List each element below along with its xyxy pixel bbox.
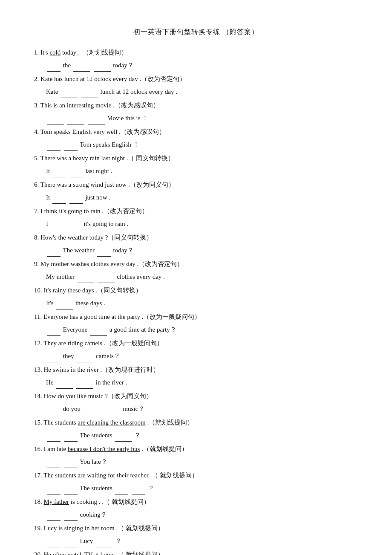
exercise-15-main: 15. The students are cleaning the classr…	[34, 416, 358, 429]
exercise-13-sub: He in the river .	[46, 376, 358, 389]
exercise-8-main: 8. How's the weather today ?（同义句转换）	[34, 231, 358, 244]
exercise-19: 19. Lucy is singing in her room .（ 就划线提问…	[34, 522, 358, 547]
exercise-17: 17. The students are waiting for their t…	[34, 469, 358, 494]
exercise-7: 7. I think it's going to rain .（改为否定句） I…	[34, 205, 358, 230]
exercise-18-main: 18. My father is cooking . .（ 就划线提问）	[34, 495, 358, 508]
exercise-15-sub: The students ？	[46, 429, 358, 442]
exercise-15: 15. The students are cleaning the classr…	[34, 416, 358, 442]
exercise-2-main: 2. Kate has lunch at 12 oclock every day…	[34, 72, 358, 85]
exercise-9-sub: My mother clothes every day .	[46, 270, 358, 283]
exercise-11-main: 11. Everyone has a good time at the part…	[34, 310, 358, 323]
exercise-8-sub: The weather today？	[46, 244, 358, 257]
exercise-14-sub: do you music？	[46, 402, 358, 415]
exercise-16-main: 16. I am late because I don't the early …	[34, 442, 358, 455]
exercise-17-sub: The students ？	[46, 482, 358, 494]
exercise-14-main: 14. How do you like music ?（改为同义句）	[34, 390, 358, 402]
exercise-6-sub: It just now .	[46, 191, 358, 204]
exercise-12-sub: they camels？	[46, 350, 358, 362]
exercise-12: 12. They are riding camels .（改为一般疑问句） th…	[34, 337, 358, 362]
exercise-16: 16. I am late because I don't the early …	[34, 442, 358, 468]
exercise-2-sub: Kate lunch at 12 oclock every day .	[46, 85, 358, 98]
exercise-1-main: 1. It's cold today。（对划线提问）	[34, 46, 358, 59]
exercise-9: 9. My mother washes clothes every day .（…	[34, 257, 358, 283]
exercise-3: 3. This is an interesting movie .（改为感叹句）…	[34, 99, 358, 124]
exercise-2: 2. Kate has lunch at 12 oclock every day…	[34, 72, 358, 98]
exercise-18: 18. My father is cooking . .（ 就划线提问） coo…	[34, 495, 358, 521]
exercise-5-sub: It last night .	[46, 165, 358, 177]
exercise-9-main: 9. My mother washes clothes every day .（…	[34, 257, 358, 270]
exercise-20: 20. He often watch TV at home .（ 就划线提问） …	[34, 548, 358, 555]
exercise-3-main: 3. This is an interesting movie .（改为感叹句）	[34, 99, 358, 112]
exercise-19-sub: Lucy ？	[46, 535, 358, 547]
exercise-10: 10. It's rainy these days .（同义句转换） It's …	[34, 284, 358, 309]
exercise-1: 1. It's cold today。（对划线提问） the today？	[34, 46, 358, 72]
exercise-5-main: 5. There was a heavy rain last night .（ …	[34, 152, 358, 165]
exercise-13: 13. He swims in the river .（改为现在进行时） He …	[34, 363, 358, 389]
exercise-7-sub: I it's going to rain .	[46, 217, 358, 230]
page-container: 初一英语下册句型转换专练 （附答案） 1. It's cold today。（对…	[34, 26, 358, 555]
exercise-16-sub: You late？	[46, 455, 358, 468]
exercise-19-main: 19. Lucy is singing in her room .（ 就划线提问…	[34, 522, 358, 535]
exercise-4-sub: Tom speaks English ！	[46, 138, 358, 151]
exercise-6: 6. There was a strong wind just now .（改为…	[34, 178, 358, 204]
exercise-14: 14. How do you like music ?（改为同义句） do yo…	[34, 390, 358, 415]
exercise-17-main: 17. The students are waiting for their t…	[34, 469, 358, 482]
exercise-8: 8. How's the weather today ?（同义句转换） The …	[34, 231, 358, 257]
exercise-4-main: 4. Tom speaks English very well .（改为感叹句）	[34, 125, 358, 138]
exercise-4: 4. Tom speaks English very well .（改为感叹句）…	[34, 125, 358, 151]
exercise-12-main: 12. They are riding camels .（改为一般疑问句）	[34, 337, 358, 350]
page-title: 初一英语下册句型转换专练 （附答案）	[34, 26, 358, 38]
exercise-10-sub: It's these days .	[46, 297, 358, 309]
exercise-3-sub: Movie this is ！	[46, 112, 358, 124]
exercise-1-sub: the today？	[46, 59, 358, 72]
exercise-5: 5. There was a heavy rain last night .（ …	[34, 152, 358, 177]
exercise-18-sub: cooking？	[46, 508, 358, 521]
exercise-11: 11. Everyone has a good time at the part…	[34, 310, 358, 336]
exercise-20-main: 20. He often watch TV at home .（ 就划线提问）	[34, 548, 358, 555]
exercise-11-sub: Everyone a good time at the party？	[46, 323, 358, 336]
exercise-7-main: 7. I think it's going to rain .（改为否定句）	[34, 205, 358, 217]
exercise-6-main: 6. There was a strong wind just now .（改为…	[34, 178, 358, 191]
exercise-10-main: 10. It's rainy these days .（同义句转换）	[34, 284, 358, 297]
exercise-13-main: 13. He swims in the river .（改为现在进行时）	[34, 363, 358, 376]
